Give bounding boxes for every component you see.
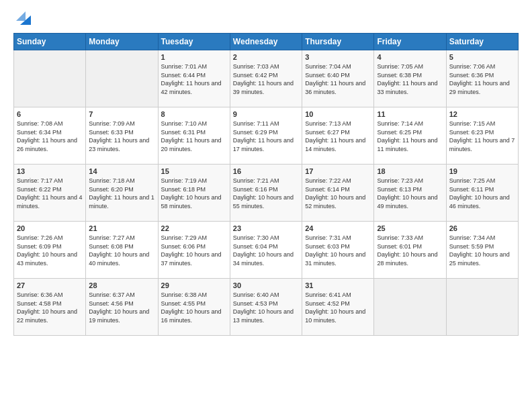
day-cell: 30Sunrise: 6:40 AMSunset: 4:53 PMDayligh… [230, 279, 302, 336]
day-cell: 18Sunrise: 7:23 AMSunset: 6:13 PMDayligh… [374, 165, 446, 222]
header-cell-friday: Friday [374, 34, 446, 50]
day-number: 30 [233, 281, 299, 289]
day-cell: 15Sunrise: 7:19 AMSunset: 6:18 PMDayligh… [158, 165, 230, 222]
week-row-1: 1Sunrise: 7:01 AMSunset: 6:44 PMDaylight… [14, 50, 519, 107]
day-cell: 26Sunrise: 7:34 AMSunset: 5:59 PMDayligh… [446, 222, 518, 279]
day-number: 20 [17, 224, 83, 232]
day-info: Sunrise: 6:40 AMSunset: 4:53 PMDaylight:… [233, 291, 299, 324]
day-number: 4 [377, 53, 443, 61]
header-cell-monday: Monday [86, 34, 158, 50]
day-number: 31 [305, 281, 371, 289]
header [13, 10, 519, 26]
day-number: 17 [305, 167, 371, 175]
day-number: 19 [449, 167, 515, 175]
day-cell: 19Sunrise: 7:25 AMSunset: 6:11 PMDayligh… [446, 165, 518, 222]
day-info: Sunrise: 7:26 AMSunset: 6:09 PMDaylight:… [17, 234, 83, 267]
day-info: Sunrise: 7:23 AMSunset: 6:13 PMDaylight:… [377, 177, 443, 210]
page: SundayMondayTuesdayWednesdayThursdayFrid… [0, 0, 532, 411]
day-number: 8 [161, 110, 227, 118]
day-cell: 3Sunrise: 7:04 AMSunset: 6:40 PMDaylight… [302, 50, 374, 107]
day-info: Sunrise: 7:19 AMSunset: 6:18 PMDaylight:… [161, 177, 227, 210]
day-number: 2 [233, 53, 299, 61]
day-number: 7 [89, 110, 154, 118]
day-number: 24 [305, 224, 371, 232]
day-info: Sunrise: 7:05 AMSunset: 6:38 PMDaylight:… [377, 62, 443, 96]
day-number: 15 [161, 167, 227, 175]
day-info: Sunrise: 7:13 AMSunset: 6:27 PMDaylight:… [305, 120, 371, 153]
day-info: Sunrise: 7:11 AMSunset: 6:29 PMDaylight:… [233, 120, 299, 153]
day-number: 1 [161, 53, 227, 61]
day-info: Sunrise: 6:41 AMSunset: 4:52 PMDaylight:… [305, 291, 371, 324]
day-number: 18 [377, 167, 443, 175]
week-row-3: 13Sunrise: 7:17 AMSunset: 6:22 PMDayligh… [14, 165, 519, 222]
day-cell: 16Sunrise: 7:21 AMSunset: 6:16 PMDayligh… [230, 165, 302, 222]
day-number: 26 [449, 224, 515, 232]
day-info: Sunrise: 7:01 AMSunset: 6:44 PMDaylight:… [161, 62, 227, 96]
day-number: 25 [377, 224, 443, 232]
calendar-table: SundayMondayTuesdayWednesdayThursdayFrid… [13, 33, 519, 336]
day-cell: 8Sunrise: 7:10 AMSunset: 6:31 PMDaylight… [158, 107, 230, 165]
day-info: Sunrise: 7:14 AMSunset: 6:25 PMDaylight:… [377, 120, 443, 153]
week-row-4: 20Sunrise: 7:26 AMSunset: 6:09 PMDayligh… [14, 222, 519, 279]
calendar-header: SundayMondayTuesdayWednesdayThursdayFrid… [14, 34, 519, 50]
day-info: Sunrise: 7:10 AMSunset: 6:31 PMDaylight:… [161, 120, 227, 153]
day-cell: 5Sunrise: 7:06 AMSunset: 6:36 PMDaylight… [446, 50, 518, 107]
day-cell: 11Sunrise: 7:14 AMSunset: 6:25 PMDayligh… [374, 107, 446, 165]
day-number: 11 [377, 110, 443, 118]
day-cell: 25Sunrise: 7:33 AMSunset: 6:01 PMDayligh… [374, 222, 446, 279]
day-cell: 4Sunrise: 7:05 AMSunset: 6:38 PMDaylight… [374, 50, 446, 107]
week-row-5: 27Sunrise: 6:36 AMSunset: 4:58 PMDayligh… [14, 279, 519, 336]
day-info: Sunrise: 7:22 AMSunset: 6:14 PMDaylight:… [305, 177, 371, 210]
header-cell-saturday: Saturday [446, 34, 518, 50]
day-number: 29 [161, 281, 227, 289]
day-info: Sunrise: 7:27 AMSunset: 6:08 PMDaylight:… [89, 234, 154, 267]
day-cell [86, 50, 158, 107]
day-number: 9 [233, 110, 299, 118]
logo-icon [16, 11, 31, 26]
day-number: 3 [305, 53, 371, 61]
day-info: Sunrise: 6:37 AMSunset: 4:56 PMDaylight:… [89, 291, 154, 324]
day-cell: 28Sunrise: 6:37 AMSunset: 4:56 PMDayligh… [86, 279, 158, 336]
day-number: 27 [17, 281, 83, 289]
day-cell: 27Sunrise: 6:36 AMSunset: 4:58 PMDayligh… [14, 279, 86, 336]
day-cell [14, 50, 86, 107]
day-number: 12 [449, 110, 515, 118]
week-row-2: 6Sunrise: 7:08 AMSunset: 6:34 PMDaylight… [14, 107, 519, 165]
day-info: Sunrise: 7:31 AMSunset: 6:03 PMDaylight:… [305, 234, 371, 267]
day-cell: 10Sunrise: 7:13 AMSunset: 6:27 PMDayligh… [302, 107, 374, 165]
day-cell: 13Sunrise: 7:17 AMSunset: 6:22 PMDayligh… [14, 165, 86, 222]
logo [13, 10, 31, 26]
day-info: Sunrise: 7:03 AMSunset: 6:42 PMDaylight:… [233, 62, 299, 96]
day-info: Sunrise: 7:06 AMSunset: 6:36 PMDaylight:… [449, 62, 515, 96]
day-number: 10 [305, 110, 371, 118]
day-cell: 7Sunrise: 7:09 AMSunset: 6:33 PMDaylight… [86, 107, 158, 165]
day-cell: 6Sunrise: 7:08 AMSunset: 6:34 PMDaylight… [14, 107, 86, 165]
day-info: Sunrise: 7:17 AMSunset: 6:22 PMDaylight:… [17, 177, 83, 210]
day-info: Sunrise: 7:33 AMSunset: 6:01 PMDaylight:… [377, 234, 443, 267]
day-number: 16 [233, 167, 299, 175]
day-number: 21 [89, 224, 154, 232]
header-row: SundayMondayTuesdayWednesdayThursdayFrid… [14, 34, 519, 50]
header-cell-thursday: Thursday [302, 34, 374, 50]
day-number: 23 [233, 224, 299, 232]
day-number: 22 [161, 224, 227, 232]
day-info: Sunrise: 6:36 AMSunset: 4:58 PMDaylight:… [17, 291, 83, 324]
day-number: 5 [449, 53, 515, 61]
day-info: Sunrise: 7:30 AMSunset: 6:04 PMDaylight:… [233, 234, 299, 267]
day-cell: 31Sunrise: 6:41 AMSunset: 4:52 PMDayligh… [302, 279, 374, 336]
svg-marker-1 [16, 11, 26, 21]
day-cell: 24Sunrise: 7:31 AMSunset: 6:03 PMDayligh… [302, 222, 374, 279]
day-cell: 1Sunrise: 7:01 AMSunset: 6:44 PMDaylight… [158, 50, 230, 107]
header-cell-wednesday: Wednesday [230, 34, 302, 50]
header-cell-sunday: Sunday [14, 34, 86, 50]
day-number: 28 [89, 281, 154, 289]
day-info: Sunrise: 7:15 AMSunset: 6:23 PMDaylight:… [449, 120, 515, 153]
day-info: Sunrise: 7:21 AMSunset: 6:16 PMDaylight:… [233, 177, 299, 210]
day-number: 14 [89, 167, 154, 175]
day-cell: 12Sunrise: 7:15 AMSunset: 6:23 PMDayligh… [446, 107, 518, 165]
day-cell [446, 279, 518, 336]
day-info: Sunrise: 7:08 AMSunset: 6:34 PMDaylight:… [17, 120, 83, 153]
day-info: Sunrise: 7:04 AMSunset: 6:40 PMDaylight:… [305, 62, 371, 96]
day-cell: 14Sunrise: 7:18 AMSunset: 6:20 PMDayligh… [86, 165, 158, 222]
day-cell: 22Sunrise: 7:29 AMSunset: 6:06 PMDayligh… [158, 222, 230, 279]
